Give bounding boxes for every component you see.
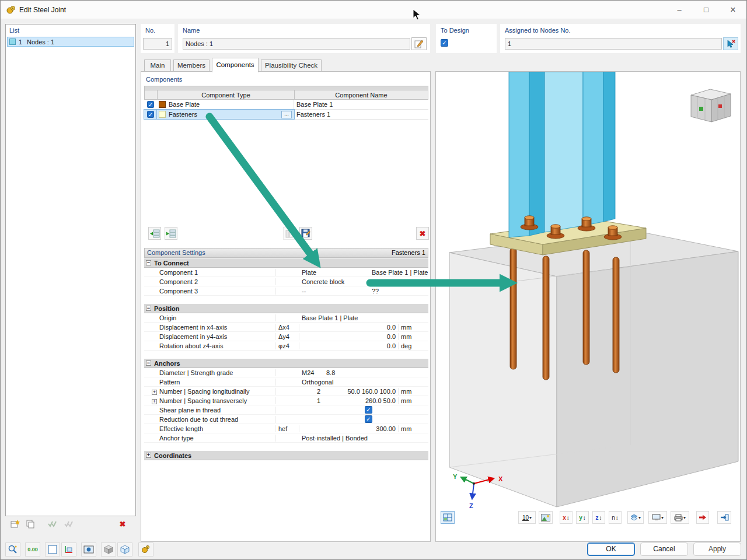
row-reduction-cut-thread[interactable]: Reduction due to cut thread xyxy=(144,415,428,424)
section-coordinates[interactable]: + Coordinates xyxy=(144,451,428,460)
tab-components[interactable]: Components xyxy=(212,58,259,72)
anchor-type-value[interactable]: Post-installed | Bonded xyxy=(299,435,428,442)
find-settings-button[interactable] xyxy=(5,542,20,556)
row-anchor-type[interactable]: Anchor type Post-installed | Bonded xyxy=(144,433,428,443)
display-options-button[interactable]: ▾ xyxy=(627,511,644,524)
maximize-button[interactable]: □ xyxy=(693,1,720,19)
delete-all-components-button[interactable]: ✖ xyxy=(416,227,429,240)
component-2-value[interactable]: Concrete block xyxy=(299,278,369,285)
section-position[interactable]: − Position xyxy=(144,304,428,313)
header-component-name[interactable]: Component Name xyxy=(295,90,428,99)
minimize-button[interactable]: – xyxy=(666,1,693,19)
view-layout-button[interactable]: ▾ xyxy=(648,511,667,524)
expand-icon[interactable]: + xyxy=(152,399,157,404)
displacement-y4-value[interactable]: 0.0 xyxy=(299,333,398,340)
tab-main[interactable]: Main xyxy=(144,60,171,72)
fasteners-browse-button[interactable]: ... xyxy=(281,111,292,118)
collapse-icon[interactable]: − xyxy=(146,360,151,366)
table-row-base-plate[interactable]: Base Plate Base Plate 1 xyxy=(144,100,428,110)
delete-joint-button[interactable]: ✖ xyxy=(116,517,129,530)
row-origin[interactable]: Origin Base Plate 1 | Plate xyxy=(144,313,428,323)
component-1-value[interactable]: Plate xyxy=(299,269,369,276)
add-component-button[interactable] xyxy=(148,227,161,240)
displacement-x4-value[interactable]: 0.0 xyxy=(299,324,398,331)
origin-value[interactable]: Base Plate 1 | Plate xyxy=(299,314,398,321)
deselect-all-button[interactable] xyxy=(62,517,75,530)
row-component-1[interactable]: Component 1 Plate Base Plate 1 | Plate xyxy=(144,268,428,277)
row-rotation-z4[interactable]: Rotation about z4-axis φz4 0.0 deg xyxy=(144,341,428,351)
concrete-block[interactable] xyxy=(449,230,738,507)
to-design-checkbox[interactable] xyxy=(441,39,448,47)
decimal-places-button[interactable]: 0.00 xyxy=(25,542,40,556)
assigned-nodes-field[interactable]: 1 xyxy=(505,38,722,50)
ok-button[interactable]: OK xyxy=(587,542,635,556)
component-1-target[interactable]: Base Plate 1 | Plate xyxy=(369,269,428,276)
shear-plane-checkbox[interactable] xyxy=(365,406,372,414)
row-component-2[interactable]: Component 2 Concrete block xyxy=(144,277,428,286)
select-all-button[interactable] xyxy=(46,517,59,530)
spacing-transverse-value[interactable]: 260.0 50.0 xyxy=(324,397,398,404)
tab-members[interactable]: Members xyxy=(173,60,210,72)
export-view-button[interactable] xyxy=(717,511,731,524)
expand-icon[interactable]: + xyxy=(152,390,157,395)
expand-icon[interactable]: + xyxy=(146,453,151,458)
reset-view-button[interactable] xyxy=(696,511,709,524)
spacing-longitudinal-value[interactable]: 50.0 160.0 100.0 xyxy=(324,388,398,395)
rotation-z4-value[interactable]: 0.0 xyxy=(299,342,398,349)
collapse-icon[interactable]: − xyxy=(146,306,151,311)
numbering-x-button[interactable]: x↕ xyxy=(560,511,573,524)
edit-name-button[interactable] xyxy=(411,37,427,50)
fasteners-checkbox[interactable] xyxy=(147,111,154,118)
row-number-spacing-longitudinal[interactable]: +Number | Spacing longitudinally 2 50.0 … xyxy=(144,387,428,396)
tab-plausibility-check[interactable]: Plausibility Check xyxy=(261,60,322,72)
select-nodes-button[interactable] xyxy=(723,37,738,50)
row-component-3[interactable]: Component 3 -- ?? xyxy=(144,286,428,296)
remove-component-button[interactable] xyxy=(165,227,177,240)
row-displacement-x4[interactable]: Displacement in x4-axis Δx4 0.0 mm xyxy=(144,323,428,332)
solid-model-button[interactable] xyxy=(101,542,116,556)
zoom-factor-button[interactable]: 10▾ xyxy=(518,511,536,524)
transparent-model-button[interactable] xyxy=(117,542,132,556)
reduction-checkbox[interactable] xyxy=(365,415,372,423)
save-component-button[interactable] xyxy=(299,227,312,240)
numbering-z-button[interactable]: z↕ xyxy=(592,511,605,524)
header-component-type[interactable]: Component Type xyxy=(158,90,295,99)
view-mode-button[interactable] xyxy=(441,511,455,524)
numbering-y-button[interactable]: y↕ xyxy=(576,511,589,524)
number-longitudinal-value[interactable]: 2 xyxy=(299,388,324,395)
new-joint-button[interactable] xyxy=(9,517,22,530)
steel-column[interactable] xyxy=(509,72,615,237)
3d-viewport-scene[interactable]: X Y Z xyxy=(436,72,740,509)
apply-button[interactable]: Apply xyxy=(693,542,741,556)
fasteners-name-cell[interactable]: Fasteners 1 xyxy=(294,111,428,118)
rendering-mode-button[interactable] xyxy=(81,542,96,556)
section-anchors[interactable]: − Anchors xyxy=(144,359,428,368)
number-transverse-value[interactable]: 1 xyxy=(299,397,324,404)
table-row-fasteners[interactable]: Fasteners ... Fasteners 1 xyxy=(144,110,428,120)
3d-viewport[interactable]: X Y Z 10▾ x↕ y↕ z↕ n↕ ▾ xyxy=(435,71,741,542)
collapse-icon[interactable]: − xyxy=(146,260,151,265)
display-axes-button[interactable] xyxy=(61,542,76,556)
row-effective-length[interactable]: Effective length hef 300.00 mm xyxy=(144,424,428,433)
row-diameter-grade[interactable]: Diameter | Strength grade M24 8.8 xyxy=(144,368,428,377)
list-item-nodes-1[interactable]: 1 Nodes : 1 xyxy=(7,37,134,47)
copy-joint-button[interactable] xyxy=(24,517,37,530)
row-number-spacing-transverse[interactable]: +Number | Spacing transversely 1 260.0 5… xyxy=(144,396,428,405)
print-button[interactable]: ▾ xyxy=(671,511,689,524)
navigation-cube[interactable] xyxy=(691,89,731,122)
joint-options-button[interactable] xyxy=(138,542,153,556)
grade-value[interactable]: 8.8 xyxy=(324,369,428,376)
component-3-target[interactable]: ?? xyxy=(369,288,428,295)
row-pattern[interactable]: Pattern Orthogonal xyxy=(144,377,428,387)
pattern-value[interactable]: Orthogonal xyxy=(299,379,428,386)
close-button[interactable]: × xyxy=(720,1,746,19)
background-image-button[interactable] xyxy=(539,511,553,524)
numbering-all-button[interactable]: n↕ xyxy=(609,511,622,524)
section-to-connect[interactable]: − To Connect xyxy=(144,258,428,268)
base-plate-checkbox[interactable] xyxy=(147,101,154,108)
effective-length-value[interactable]: 300.00 xyxy=(299,425,398,432)
row-displacement-y4[interactable]: Displacement in y4-axis Δy4 0.0 mm xyxy=(144,332,428,341)
base-plate-name-cell[interactable]: Base Plate 1 xyxy=(294,101,428,108)
cancel-button[interactable]: Cancel xyxy=(640,542,688,556)
component-library-button[interactable] xyxy=(283,227,296,240)
